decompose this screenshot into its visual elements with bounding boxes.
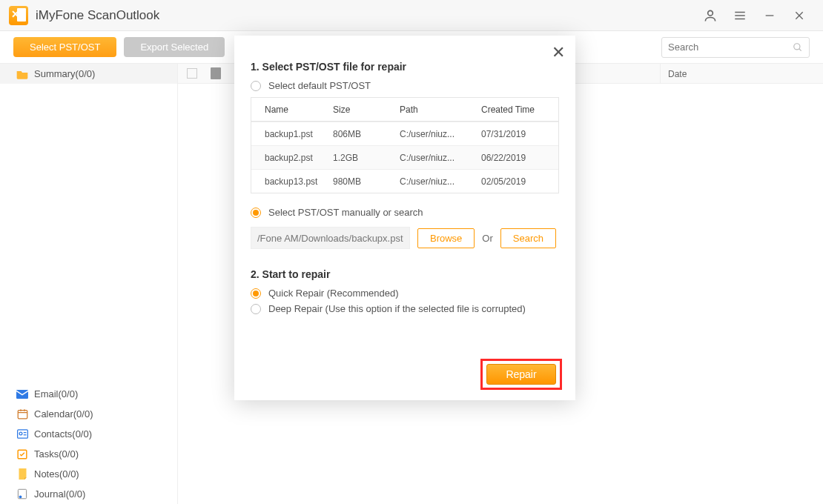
radio-default-pst[interactable]: Select default PST/OST [251, 80, 559, 91]
step2-title: 2. Start to repair [251, 268, 559, 280]
col-time: Created Time [481, 105, 555, 115]
table-row[interactable]: backup1.pst 806MB C:/user/niuz... 07/31/… [251, 122, 558, 145]
step1-title: 1. Select PST/OST file for repair [251, 61, 559, 73]
close-icon[interactable]: ✕ [552, 44, 565, 61]
or-text: Or [482, 233, 492, 244]
path-input[interactable]: /Fone AM/Downloads/backupx.pst [251, 227, 410, 249]
pst-table: Name Size Path Created Time backup1.pst … [251, 97, 559, 193]
radio-label: Select default PST/OST [268, 80, 371, 91]
radio-label: Quick Repair (Recommended) [268, 288, 399, 299]
repair-highlight-box: Repair [480, 359, 562, 390]
radio-label: Deep Repair (Use this option if the sele… [268, 303, 526, 314]
col-name: Name [251, 105, 333, 115]
col-path: Path [400, 105, 481, 115]
browse-button[interactable]: Browse [417, 228, 475, 248]
radio-label: Select PST/OST manually or search [268, 207, 423, 218]
table-row[interactable]: backup2.pst 1.2GB C:/user/niuz... 06/22/… [251, 145, 558, 169]
radio-manual-pst[interactable]: Select PST/OST manually or search [251, 207, 559, 218]
search-button[interactable]: Search [500, 228, 556, 248]
radio-icon [251, 304, 261, 314]
modal-backdrop: ✕ 1. Select PST/OST file for repair Sele… [0, 0, 823, 504]
radio-quick-repair[interactable]: Quick Repair (Recommended) [251, 288, 559, 299]
col-size: Size [333, 105, 400, 115]
table-row[interactable]: backup13.pst 980MB C:/user/niuz... 02/05… [251, 169, 558, 193]
radio-checked-icon [251, 288, 261, 299]
table-header: Name Size Path Created Time [251, 98, 558, 122]
select-file-modal: ✕ 1. Select PST/OST file for repair Sele… [234, 36, 575, 400]
radio-deep-repair[interactable]: Deep Repair (Use this option if the sele… [251, 303, 559, 314]
repair-button[interactable]: Repair [486, 364, 556, 385]
radio-checked-icon [251, 208, 261, 218]
radio-icon [251, 81, 261, 91]
